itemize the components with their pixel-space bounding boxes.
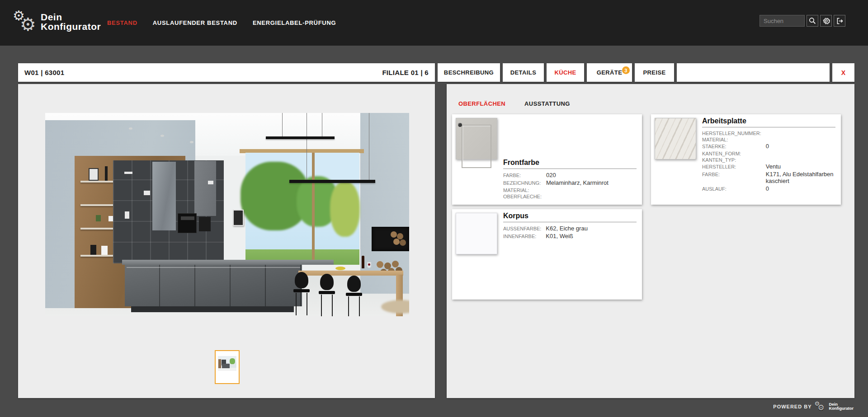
field-label: STAERKE: (702, 144, 761, 149)
scene-tree (330, 182, 360, 237)
tab-geraete[interactable]: GERÄTE 3 (587, 63, 632, 82)
kitchen-photo[interactable] (45, 113, 409, 316)
scene-counter (122, 260, 334, 265)
geraete-count-badge: 3 (622, 66, 630, 74)
tab-filler (677, 63, 830, 82)
scene-pendant-light (289, 180, 375, 183)
tab-details[interactable]: DETAILS (503, 63, 544, 82)
powered-by-label: POWERED BY (773, 404, 811, 409)
kitchen-thumbnail-image (218, 356, 236, 371)
scene-pendant-light (266, 136, 335, 139)
field-label: FARBE: (702, 172, 761, 177)
gear-icon (822, 17, 830, 25)
configuration-id: W01 | 63001 (24, 69, 64, 76)
left-panel-body (18, 84, 435, 398)
field-label: HERSTELLER: (702, 164, 761, 169)
field-value: Melaminharz, Karminrot (546, 180, 637, 187)
scene-chair (320, 274, 334, 290)
scene-fireplace (372, 227, 409, 251)
topbar: ⚙ ⚙ Dein Konfigurator BESTAND AUSLAUFEND… (0, 0, 868, 46)
field-label: OBERFLAECHE: (503, 194, 542, 199)
scene-wall-art (233, 210, 244, 226)
card-arbeitsplatte: Arbeitsplatte HERSTELLER_NUMMER: MATERIA… (651, 114, 841, 205)
scene-coffee-machine (199, 217, 211, 231)
field-label: MATERIAL: (503, 187, 542, 193)
search-button[interactable] (807, 15, 818, 27)
field-value: K171, Alu Edelstahlfarben kaschiert (766, 171, 835, 185)
field-value: K62, Eiche grau (546, 225, 637, 232)
detail-tabs: BESCHREIBUNG DETAILS KÜCHE GERÄTE 3 PREI… (438, 63, 854, 82)
scene-wine-bottle (362, 256, 364, 268)
subtabs: OBERFLÄCHEN AUSSTATTUNG (447, 84, 854, 107)
card-title: Arbeitsplatte (702, 117, 835, 127)
card-korpus: Korpus AUSSENFARBE: K62, Eiche grau INNE… (452, 209, 642, 300)
arbeitsplatte-swatch (655, 118, 696, 159)
subtab-oberflaechen[interactable]: OBERFLÄCHEN (458, 100, 505, 107)
app-logo-text: Dein Konfigurator (41, 12, 101, 32)
subtab-ausstattung[interactable]: AUSSTATTUNG (524, 100, 570, 107)
powered-by: POWERED BY ⚙ ⚙ Dein Konfigurator (773, 401, 854, 412)
kitchen-thumbnail-selected[interactable] (215, 350, 240, 384)
search-icon (809, 17, 816, 24)
logout-icon (836, 17, 844, 25)
app-logo[interactable]: ⚙ ⚙ Dein Konfigurator (13, 6, 101, 37)
right-panel-body: OBERFLÄCHEN AUSSTATTUNG Frontfarbe FARBE… (447, 84, 854, 398)
scene-firewood (391, 231, 397, 238)
close-panel-button[interactable]: X (832, 63, 854, 82)
field-label: AUSLAUF: (702, 186, 761, 192)
tab-beschreibung[interactable]: BESCHREIBUNG (438, 63, 500, 82)
field-label: INNENFARBE: (503, 234, 541, 239)
card-title: Frontfarbe (503, 159, 637, 169)
field-value: 0 (766, 143, 835, 150)
main-nav: BESTAND AUSLAUFENDER BESTAND ENERGIELABE… (107, 0, 336, 46)
field-value: 020 (546, 172, 637, 179)
settings-button[interactable] (820, 15, 832, 27)
scene-island (125, 265, 302, 306)
footer-gears-icon: ⚙ ⚙ (815, 401, 826, 412)
field-label: BEZEICHNUNG: (503, 180, 542, 186)
logout-button[interactable] (834, 15, 845, 27)
scene-chair (295, 272, 308, 288)
scene-firewood (377, 261, 383, 268)
frontfarbe-swatch (456, 118, 497, 159)
field-label: MATERIAL: (702, 137, 761, 142)
field-value: Ventu (766, 164, 835, 170)
left-panel-header: W01 | 63001 FILIALE 01 | 6 (18, 63, 435, 82)
field-value: 0 (766, 186, 835, 192)
scene-wine-glass (367, 262, 371, 268)
scene-chair (347, 276, 361, 292)
field-value: K01, Weiß (546, 233, 637, 240)
field-label: FARBE: (503, 173, 542, 178)
scene-oven (178, 213, 197, 233)
korpus-swatch (456, 213, 497, 254)
field-label: AUSSENFARBE: (503, 226, 541, 231)
field-label: HERSTELLER_NUMMER: (702, 131, 761, 136)
field-label: KANTEN_TYP: (702, 157, 761, 163)
nav-item-auslaufender-bestand[interactable]: AUSLAUFENDER BESTAND (153, 19, 237, 26)
card-frontfarbe: Frontfarbe FARBE: 020 BEZEICHNUNG: Melam… (452, 114, 642, 205)
scene-fruit (335, 267, 345, 270)
field-label: KANTEN_FORM: (702, 151, 761, 156)
gears-icon: ⚙ ⚙ (13, 6, 39, 37)
footer-logo-text: Dein Konfigurator (829, 403, 854, 411)
card-title: Korpus (503, 212, 637, 222)
tab-preise[interactable]: PREISE (635, 63, 674, 82)
scene-table (298, 271, 403, 276)
filiale-label: FILIALE 01 | 6 (382, 69, 429, 76)
search-input[interactable] (760, 15, 805, 27)
nav-item-bestand[interactable]: BESTAND (107, 19, 137, 26)
tab-kueche[interactable]: KÜCHE (547, 63, 584, 82)
search-cluster (760, 15, 845, 27)
nav-item-energielabel-pruefung[interactable]: ENERGIELABEL-PRÜFUNG (253, 19, 336, 26)
